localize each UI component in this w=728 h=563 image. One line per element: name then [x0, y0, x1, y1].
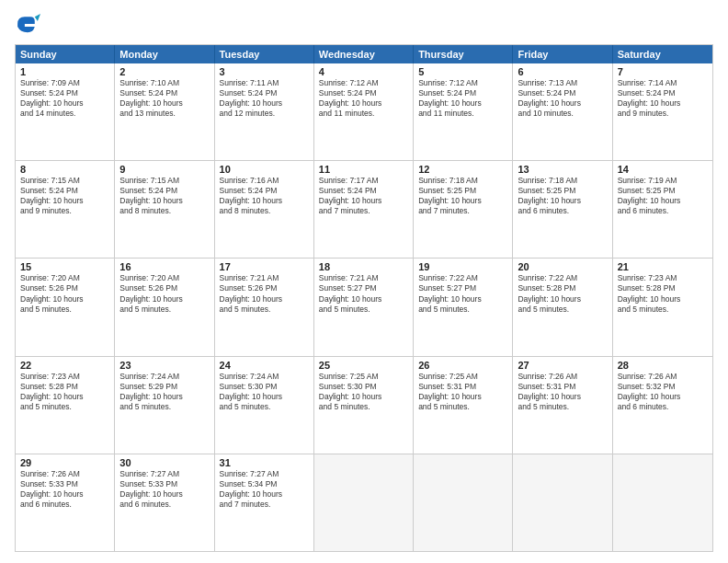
- calendar-row: 8 Sunrise: 7:15 AM Sunset: 5:24 PM Dayli…: [16, 161, 712, 259]
- day-number: 5: [418, 66, 507, 77]
- day-number: 8: [20, 164, 109, 175]
- daylight-text: Daylight: 10 hours: [319, 196, 408, 206]
- sunset-text: Sunset: 5:25 PM: [418, 186, 507, 196]
- sunrise-text: Sunrise: 7:12 AM: [319, 78, 408, 88]
- col-wednesday: Wednesday: [314, 45, 414, 63]
- sunrise-text: Sunrise: 7:23 AM: [618, 273, 708, 283]
- daylight-extra: and 5 minutes.: [119, 304, 209, 315]
- calendar-cell: 7 Sunrise: 7:14 AM Sunset: 5:24 PM Dayli…: [613, 63, 712, 160]
- calendar-cell: 30 Sunrise: 7:27 AM Sunset: 5:33 PM Dayl…: [115, 454, 214, 551]
- sunrise-text: Sunrise: 7:26 AM: [618, 372, 708, 382]
- day-number: 30: [119, 457, 209, 468]
- daylight-extra: and 5 minutes.: [518, 304, 607, 315]
- daylight-extra: and 8 minutes.: [220, 206, 309, 216]
- daylight-text: Daylight: 10 hours: [220, 392, 309, 402]
- daylight-extra: and 14 minutes.: [20, 109, 109, 119]
- sunrise-text: Sunrise: 7:21 AM: [220, 273, 309, 283]
- calendar-cell: 3 Sunrise: 7:11 AM Sunset: 5:24 PM Dayli…: [215, 63, 314, 160]
- daylight-extra: and 6 minutes.: [618, 206, 708, 216]
- sunrise-text: Sunrise: 7:12 AM: [418, 78, 507, 88]
- daylight-text: Daylight: 10 hours: [518, 98, 607, 109]
- calendar-cell: 10 Sunrise: 7:16 AM Sunset: 5:24 PM Dayl…: [215, 161, 314, 258]
- sunrise-text: Sunrise: 7:25 AM: [418, 372, 507, 382]
- calendar-row: 29 Sunrise: 7:26 AM Sunset: 5:33 PM Dayl…: [16, 454, 712, 551]
- sunset-text: Sunset: 5:32 PM: [618, 382, 708, 392]
- calendar-cell: 1 Sunrise: 7:09 AM Sunset: 5:24 PM Dayli…: [16, 63, 115, 160]
- sunrise-text: Sunrise: 7:24 AM: [119, 372, 209, 382]
- daylight-extra: and 6 minutes.: [618, 402, 708, 412]
- sunrise-text: Sunrise: 7:27 AM: [220, 469, 309, 479]
- daylight-extra: and 12 minutes.: [220, 109, 309, 119]
- sunrise-text: Sunrise: 7:15 AM: [20, 176, 109, 186]
- sunrise-text: Sunrise: 7:26 AM: [518, 372, 607, 382]
- day-number: 19: [418, 261, 507, 272]
- col-saturday: Saturday: [613, 45, 712, 63]
- daylight-extra: and 9 minutes.: [618, 109, 708, 119]
- calendar-cell: 4 Sunrise: 7:12 AM Sunset: 5:24 PM Dayli…: [314, 63, 414, 160]
- header: [15, 11, 713, 37]
- calendar-row: 1 Sunrise: 7:09 AM Sunset: 5:24 PM Dayli…: [16, 63, 712, 161]
- calendar-cell: 5 Sunrise: 7:12 AM Sunset: 5:24 PM Dayli…: [414, 63, 513, 160]
- calendar-cell: 8 Sunrise: 7:15 AM Sunset: 5:24 PM Dayli…: [16, 161, 115, 258]
- sunrise-text: Sunrise: 7:26 AM: [20, 469, 109, 479]
- calendar-cell: 9 Sunrise: 7:15 AM Sunset: 5:24 PM Dayli…: [115, 161, 214, 258]
- daylight-text: Daylight: 10 hours: [20, 196, 109, 206]
- day-number: 15: [20, 261, 109, 272]
- daylight-extra: and 5 minutes.: [20, 402, 109, 412]
- daylight-text: Daylight: 10 hours: [518, 392, 607, 402]
- daylight-text: Daylight: 10 hours: [418, 392, 507, 402]
- daylight-extra: and 6 minutes.: [20, 500, 109, 510]
- sunset-text: Sunset: 5:24 PM: [418, 88, 507, 98]
- sunrise-text: Sunrise: 7:10 AM: [119, 78, 209, 88]
- day-number: 12: [418, 164, 507, 175]
- day-number: 13: [518, 164, 607, 175]
- daylight-extra: and 5 minutes.: [618, 304, 708, 315]
- calendar-cell: 12 Sunrise: 7:18 AM Sunset: 5:25 PM Dayl…: [414, 161, 513, 258]
- daylight-text: Daylight: 10 hours: [319, 294, 408, 304]
- daylight-text: Daylight: 10 hours: [119, 392, 209, 402]
- daylight-text: Daylight: 10 hours: [220, 98, 309, 109]
- sunset-text: Sunset: 5:24 PM: [119, 186, 209, 196]
- sunset-text: Sunset: 5:29 PM: [119, 382, 209, 392]
- sunset-text: Sunset: 5:24 PM: [220, 186, 309, 196]
- sunset-text: Sunset: 5:24 PM: [220, 88, 309, 98]
- calendar-cell: 29 Sunrise: 7:26 AM Sunset: 5:33 PM Dayl…: [16, 454, 115, 551]
- calendar-cell: 23 Sunrise: 7:24 AM Sunset: 5:29 PM Dayl…: [115, 357, 214, 454]
- daylight-text: Daylight: 10 hours: [119, 489, 209, 500]
- sunrise-text: Sunrise: 7:21 AM: [319, 273, 408, 283]
- calendar-cell: 16 Sunrise: 7:20 AM Sunset: 5:26 PM Dayl…: [115, 259, 214, 355]
- daylight-text: Daylight: 10 hours: [518, 196, 607, 206]
- calendar-cell: 14 Sunrise: 7:19 AM Sunset: 5:25 PM Dayl…: [613, 161, 712, 258]
- sunset-text: Sunset: 5:24 PM: [319, 88, 408, 98]
- sunrise-text: Sunrise: 7:13 AM: [518, 78, 607, 88]
- col-tuesday: Tuesday: [215, 45, 314, 63]
- daylight-text: Daylight: 10 hours: [220, 196, 309, 206]
- daylight-extra: and 6 minutes.: [119, 500, 209, 510]
- daylight-text: Daylight: 10 hours: [20, 489, 109, 500]
- sunrise-text: Sunrise: 7:14 AM: [618, 78, 708, 88]
- sunrise-text: Sunrise: 7:25 AM: [319, 372, 408, 382]
- sunrise-text: Sunrise: 7:24 AM: [220, 372, 309, 382]
- logo-icon: [15, 11, 40, 37]
- daylight-text: Daylight: 10 hours: [20, 294, 109, 304]
- day-number: 26: [418, 360, 507, 371]
- calendar-cell: 17 Sunrise: 7:21 AM Sunset: 5:26 PM Dayl…: [215, 259, 314, 355]
- page: Sunday Monday Tuesday Wednesday Thursday…: [0, 0, 728, 563]
- daylight-text: Daylight: 10 hours: [618, 98, 708, 109]
- sunset-text: Sunset: 5:24 PM: [119, 88, 209, 98]
- sunrise-text: Sunrise: 7:15 AM: [119, 176, 209, 186]
- daylight-text: Daylight: 10 hours: [518, 294, 607, 304]
- daylight-extra: and 5 minutes.: [20, 304, 109, 315]
- calendar-cell: 22 Sunrise: 7:23 AM Sunset: 5:28 PM Dayl…: [16, 357, 115, 454]
- daylight-text: Daylight: 10 hours: [119, 196, 209, 206]
- col-sunday: Sunday: [16, 45, 115, 63]
- sunset-text: Sunset: 5:30 PM: [319, 382, 408, 392]
- day-number: 22: [20, 360, 109, 371]
- day-number: 4: [319, 66, 408, 77]
- sunrise-text: Sunrise: 7:22 AM: [518, 273, 607, 283]
- daylight-text: Daylight: 10 hours: [618, 196, 708, 206]
- sunrise-text: Sunrise: 7:09 AM: [20, 78, 109, 88]
- day-number: 7: [618, 66, 708, 77]
- calendar-cell: 27 Sunrise: 7:26 AM Sunset: 5:31 PM Dayl…: [513, 357, 612, 454]
- day-number: 1: [20, 66, 109, 77]
